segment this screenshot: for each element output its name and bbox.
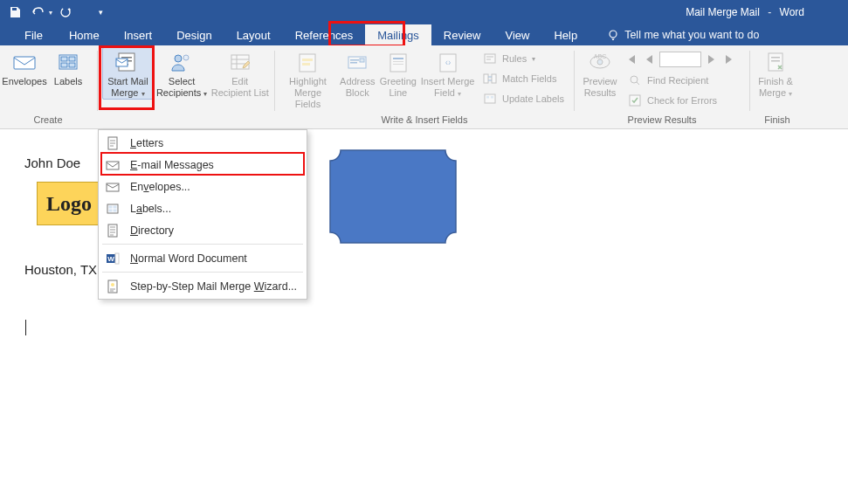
tab-design[interactable]: Design [164, 24, 224, 45]
svg-rect-26 [393, 64, 403, 65]
first-icon [625, 54, 636, 65]
start-mail-merge-menu: Letters E-mail Messages Envelopes... Lab… [98, 129, 307, 300]
svg-rect-18 [302, 63, 310, 66]
preview-mini-column: Find Recipient Check for Errors [623, 47, 738, 110]
wizard-icon [106, 280, 120, 293]
envelopes-button[interactable]: Envelopes [3, 47, 45, 88]
menu-item-email-messages[interactable]: E-mail Messages [99, 154, 307, 176]
envelope-small-icon [106, 180, 120, 194]
check-errors-button[interactable]: Check for Errors [623, 91, 738, 110]
highlight-merge-fields-button[interactable]: HighlightMerge Fields [279, 47, 336, 111]
svg-rect-25 [393, 61, 403, 62]
select-recipients-button[interactable]: SelectRecipients ▾ [155, 47, 209, 100]
svg-rect-30 [484, 74, 488, 83]
svg-rect-47 [109, 205, 113, 208]
window-title: Mail Merge Mail - Word [686, 6, 804, 18]
app-name: Word [780, 6, 804, 18]
svg-rect-7 [69, 63, 75, 67]
svg-point-38 [631, 76, 638, 83]
group-write-insert: HighlightMerge Fields AddressBlock Greet… [276, 45, 573, 128]
menu-item-envelopes[interactable]: Envelopes... [99, 176, 307, 197]
page-icon [106, 136, 120, 150]
tab-home[interactable]: Home [57, 24, 112, 45]
email-icon [106, 158, 120, 172]
save-button[interactable] [5, 3, 24, 22]
menu-item-wizard[interactable]: Step-by-Step Mail Merge Wizard... [99, 275, 307, 297]
last-icon [725, 54, 735, 65]
first-record-button[interactable] [623, 51, 638, 68]
tab-help[interactable]: Help [541, 24, 589, 45]
recipients-icon [168, 50, 196, 74]
svg-point-56 [111, 283, 114, 287]
rules-button[interactable]: Rules ▾ [478, 49, 569, 68]
match-fields-button[interactable]: Match Fields [478, 69, 569, 88]
menu-separator [102, 244, 303, 245]
tab-layout[interactable]: Layout [224, 24, 283, 45]
title-bar: ▾ ▾ Mail Merge Mail - Word [0, 0, 848, 24]
word-doc-icon: W [106, 252, 120, 266]
update-labels-button[interactable]: Update Labels [478, 89, 569, 108]
tab-view[interactable]: View [493, 24, 541, 45]
finish-merge-button[interactable]: Finish &Merge ▾ [755, 47, 796, 100]
highlight-icon [294, 50, 321, 74]
svg-point-13 [175, 55, 182, 62]
tab-mailings[interactable]: Mailings [365, 24, 431, 45]
tell-me-search[interactable]: Tell me what you want to do [607, 24, 759, 45]
undo-dropdown[interactable]: ▾ [49, 9, 52, 17]
svg-rect-40 [769, 53, 783, 71]
menu-item-letters[interactable]: Letters [99, 132, 307, 154]
tab-review[interactable]: Review [431, 24, 493, 45]
find-icon [628, 73, 642, 87]
preview-results-button[interactable]: ABC PreviewResults [579, 47, 621, 100]
redo-icon [59, 6, 72, 18]
customize-icon: ▾ [99, 8, 103, 17]
logo-placeholder[interactable]: Logo [37, 182, 101, 225]
redo-button[interactable] [56, 3, 75, 22]
address-block-icon [344, 50, 370, 74]
ribbon: Envelopes Labels Create Start MailMerge … [0, 45, 848, 129]
document-name: Mail Merge Mail [686, 6, 760, 18]
last-record-button[interactable] [722, 51, 738, 68]
tab-file[interactable]: File [12, 24, 55, 45]
svg-point-1 [610, 31, 617, 38]
menu-item-labels[interactable]: Labels... [99, 197, 307, 219]
svg-rect-32 [485, 94, 495, 103]
menu-item-normal-document[interactable]: W Normal Word Document [99, 247, 307, 269]
svg-rect-39 [630, 95, 640, 106]
mail-merge-icon [114, 50, 141, 74]
svg-rect-21 [350, 62, 357, 64]
text-cursor [24, 320, 26, 336]
undo-button[interactable] [28, 3, 47, 22]
svg-text:W: W [107, 255, 114, 263]
group-preview-label: Preview Results [576, 114, 748, 127]
menu-separator [102, 272, 303, 273]
menu-item-directory[interactable]: Directory [99, 219, 307, 241]
svg-rect-41 [771, 57, 780, 59]
svg-rect-27 [440, 54, 456, 72]
tab-insert[interactable]: Insert [112, 24, 165, 45]
rules-icon [483, 52, 497, 66]
start-mail-merge-button[interactable]: Start MailMerge ▾ [102, 47, 154, 100]
labels-button[interactable]: Labels [47, 47, 89, 88]
envelope-icon [11, 50, 38, 74]
update-labels-icon [483, 92, 497, 106]
address-block-button[interactable]: AddressBlock [338, 47, 377, 100]
qat-customize-button[interactable]: ▾ [91, 3, 110, 22]
insert-merge-field-button[interactable]: ‹› Insert MergeField ▾ [419, 47, 476, 100]
svg-rect-15 [231, 55, 249, 69]
record-number-input[interactable] [659, 52, 701, 67]
tab-references[interactable]: References [283, 24, 365, 45]
prev-record-button[interactable] [641, 51, 657, 68]
svg-text:ABC: ABC [594, 53, 606, 59]
finish-icon [762, 50, 789, 74]
find-recipient-button[interactable]: Find Recipient [623, 71, 738, 90]
group-finish: Finish &Merge ▾ Finish [751, 45, 803, 128]
next-record-button[interactable] [704, 51, 720, 68]
svg-rect-34 [491, 96, 493, 99]
greeting-line-button[interactable]: GreetingLine [379, 47, 418, 100]
svg-rect-29 [485, 54, 495, 63]
doc-name-line: John Doe [24, 155, 80, 170]
edit-recipient-list-button[interactable]: EditRecipient List [210, 47, 270, 100]
group-separator [97, 51, 98, 111]
plaque-shape[interactable] [328, 148, 458, 245]
